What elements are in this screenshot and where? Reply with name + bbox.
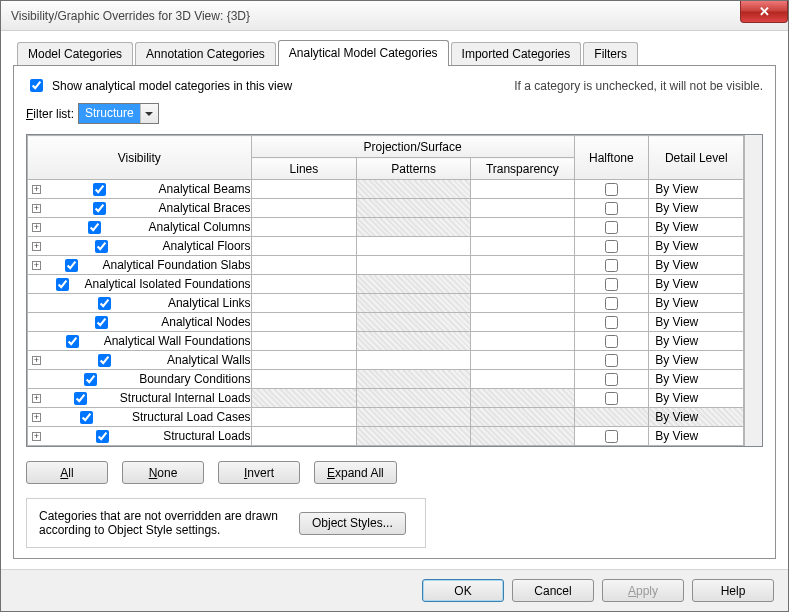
detail-level-cell[interactable]: By View: [649, 389, 744, 408]
halftone-cell[interactable]: [574, 180, 649, 199]
row-visibility-checkbox[interactable]: [93, 202, 106, 215]
col-transparency[interactable]: Transparency: [471, 158, 575, 180]
lines-cell[interactable]: [251, 389, 357, 408]
lines-cell[interactable]: [251, 332, 357, 351]
patterns-cell[interactable]: [357, 180, 471, 199]
row-visibility-checkbox[interactable]: [95, 316, 108, 329]
tab-filters[interactable]: Filters: [583, 42, 638, 66]
tab-analytical-model-categories[interactable]: Analytical Model Categories: [278, 40, 449, 66]
detail-level-cell[interactable]: By View: [649, 332, 744, 351]
lines-cell[interactable]: [251, 370, 357, 389]
halftone-checkbox[interactable]: [605, 392, 618, 405]
row-visibility-checkbox[interactable]: [84, 373, 97, 386]
lines-cell[interactable]: [251, 237, 357, 256]
table-row[interactable]: +Structural LoadsBy View: [28, 427, 744, 446]
detail-level-cell[interactable]: By View: [649, 408, 744, 427]
halftone-checkbox[interactable]: [605, 183, 618, 196]
col-detail-level[interactable]: Detail Level: [649, 136, 744, 180]
row-visibility-checkbox[interactable]: [98, 297, 111, 310]
help-button[interactable]: Help: [692, 579, 774, 602]
row-visibility-checkbox[interactable]: [88, 221, 101, 234]
table-row[interactable]: +Analytical ColumnsBy View: [28, 218, 744, 237]
tab-imported-categories[interactable]: Imported Categories: [451, 42, 582, 66]
expand-icon[interactable]: +: [32, 223, 41, 232]
object-styles-button[interactable]: Object Styles...: [299, 512, 406, 535]
expand-icon[interactable]: +: [32, 394, 41, 403]
transparency-cell[interactable]: [471, 237, 575, 256]
detail-level-cell[interactable]: By View: [649, 218, 744, 237]
patterns-cell[interactable]: [357, 199, 471, 218]
halftone-cell[interactable]: [574, 389, 649, 408]
expand-icon[interactable]: +: [32, 413, 41, 422]
lines-cell[interactable]: [251, 408, 357, 427]
detail-level-cell[interactable]: By View: [649, 294, 744, 313]
row-visibility-checkbox[interactable]: [98, 354, 111, 367]
detail-level-cell[interactable]: By View: [649, 256, 744, 275]
col-visibility[interactable]: Visibility: [28, 136, 252, 180]
detail-level-cell[interactable]: By View: [649, 370, 744, 389]
halftone-cell[interactable]: [574, 332, 649, 351]
lines-cell[interactable]: [251, 427, 357, 446]
expand-icon[interactable]: +: [32, 185, 41, 194]
table-row[interactable]: Analytical LinksBy View: [28, 294, 744, 313]
cancel-button[interactable]: Cancel: [512, 579, 594, 602]
row-visibility-checkbox[interactable]: [65, 259, 78, 272]
detail-level-cell[interactable]: By View: [649, 180, 744, 199]
halftone-checkbox[interactable]: [605, 278, 618, 291]
col-projection-surface[interactable]: Projection/Surface: [251, 136, 574, 158]
table-row[interactable]: +Analytical WallsBy View: [28, 351, 744, 370]
patterns-cell[interactable]: [357, 408, 471, 427]
detail-level-cell[interactable]: By View: [649, 427, 744, 446]
row-visibility-checkbox[interactable]: [56, 278, 69, 291]
lines-cell[interactable]: [251, 180, 357, 199]
table-row[interactable]: +Analytical FloorsBy View: [28, 237, 744, 256]
patterns-cell[interactable]: [357, 427, 471, 446]
col-halftone[interactable]: Halftone: [574, 136, 649, 180]
transparency-cell[interactable]: [471, 180, 575, 199]
transparency-cell[interactable]: [471, 427, 575, 446]
lines-cell[interactable]: [251, 199, 357, 218]
lines-cell[interactable]: [251, 218, 357, 237]
patterns-cell[interactable]: [357, 313, 471, 332]
expand-icon[interactable]: +: [32, 356, 41, 365]
halftone-cell[interactable]: [574, 294, 649, 313]
patterns-cell[interactable]: [357, 218, 471, 237]
patterns-cell[interactable]: [357, 237, 471, 256]
transparency-cell[interactable]: [471, 351, 575, 370]
tab-model-categories[interactable]: Model Categories: [17, 42, 133, 66]
table-row[interactable]: +Analytical BeamsBy View: [28, 180, 744, 199]
detail-level-cell[interactable]: By View: [649, 313, 744, 332]
expand-icon[interactable]: +: [32, 432, 41, 441]
row-visibility-checkbox[interactable]: [74, 392, 87, 405]
expand-all-button[interactable]: Expand All: [314, 461, 397, 484]
halftone-cell[interactable]: [574, 237, 649, 256]
patterns-cell[interactable]: [357, 332, 471, 351]
transparency-cell[interactable]: [471, 256, 575, 275]
row-visibility-checkbox[interactable]: [80, 411, 93, 424]
halftone-cell[interactable]: [574, 427, 649, 446]
patterns-cell[interactable]: [357, 389, 471, 408]
detail-level-cell[interactable]: By View: [649, 351, 744, 370]
expand-icon[interactable]: +: [32, 242, 41, 251]
none-button[interactable]: None: [122, 461, 204, 484]
table-row[interactable]: +Analytical BracesBy View: [28, 199, 744, 218]
expand-icon[interactable]: +: [32, 261, 41, 270]
filter-list-combo[interactable]: Structure: [78, 103, 159, 124]
table-row[interactable]: Boundary ConditionsBy View: [28, 370, 744, 389]
lines-cell[interactable]: [251, 275, 357, 294]
detail-level-cell[interactable]: By View: [649, 275, 744, 294]
halftone-cell[interactable]: [574, 256, 649, 275]
transparency-cell[interactable]: [471, 389, 575, 408]
transparency-cell[interactable]: [471, 275, 575, 294]
detail-level-cell[interactable]: By View: [649, 237, 744, 256]
table-row[interactable]: +Analytical Foundation SlabsBy View: [28, 256, 744, 275]
show-categories-checkbox[interactable]: [30, 79, 43, 92]
expand-icon[interactable]: +: [32, 204, 41, 213]
halftone-cell[interactable]: [574, 351, 649, 370]
col-patterns[interactable]: Patterns: [357, 158, 471, 180]
transparency-cell[interactable]: [471, 218, 575, 237]
transparency-cell[interactable]: [471, 408, 575, 427]
halftone-checkbox[interactable]: [605, 240, 618, 253]
lines-cell[interactable]: [251, 351, 357, 370]
halftone-checkbox[interactable]: [605, 373, 618, 386]
